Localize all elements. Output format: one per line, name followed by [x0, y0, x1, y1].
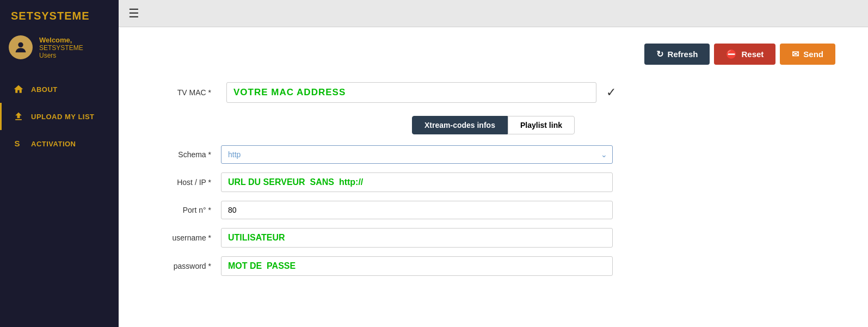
- refresh-button[interactable]: ↻ Refresh: [644, 44, 710, 65]
- sidebar-nav: ABOUT UPLOAD MY LIST S ACTIVATION: [0, 76, 119, 157]
- username-label: username *: [151, 233, 211, 242]
- tv-mac-row: TV MAC * ✓: [151, 82, 835, 103]
- schema-row: Schema * http https ⌄: [151, 145, 835, 164]
- sidebar-item-activation[interactable]: S ACTIVATION: [0, 130, 119, 157]
- refresh-icon: ↻: [656, 49, 663, 59]
- avatar: [9, 35, 33, 59]
- tv-mac-label: TV MAC *: [151, 88, 211, 97]
- refresh-label: Refresh: [668, 50, 698, 59]
- user-info: Welcome, SETSYSTEME Users: [0, 30, 119, 70]
- checkmark-icon: ✓: [606, 85, 616, 100]
- sidebar-item-about-label: ABOUT: [31, 85, 58, 94]
- svg-text:S: S: [15, 139, 20, 148]
- reset-label: Reset: [741, 50, 764, 59]
- host-row: Host / IP *: [151, 172, 835, 192]
- sidebar-item-upload-label: UPLOAD MY LIST: [31, 113, 95, 121]
- svg-point-0: [18, 42, 23, 47]
- tv-mac-input[interactable]: [226, 82, 596, 103]
- reset-icon: ⛔: [726, 49, 737, 59]
- host-label: Host / IP *: [151, 178, 211, 187]
- tab-playlist[interactable]: Playlist link: [508, 116, 575, 134]
- welcome-text: Welcome,: [39, 36, 83, 44]
- sidebar-item-activation-label: ACTIVATION: [31, 140, 76, 148]
- schema-select[interactable]: http https: [221, 145, 613, 164]
- tab-xtream[interactable]: Xtream-codes infos: [412, 116, 508, 134]
- schema-select-wrapper: http https ⌄: [221, 145, 613, 164]
- user-details: Welcome, SETSYSTEME Users: [39, 36, 83, 59]
- send-button[interactable]: ✉ Send: [780, 44, 835, 65]
- send-label: Send: [803, 50, 823, 59]
- username-row: username *: [151, 228, 835, 248]
- topbar: ☰: [119, 0, 868, 27]
- password-input[interactable]: [221, 256, 613, 276]
- port-label: Port n° *: [151, 206, 211, 214]
- main-wrapper: ☰ ↻ Refresh ⛔ Reset ✉ Send TV MAC * ✓: [119, 0, 868, 327]
- schema-label: Schema *: [151, 150, 211, 159]
- s-icon: S: [13, 138, 24, 150]
- reset-button[interactable]: ⛔ Reset: [714, 44, 775, 65]
- tabs-row: Xtream-codes infos Playlist link: [151, 116, 835, 134]
- app-logo: SETSYSTEME: [0, 0, 119, 30]
- home-icon: [13, 83, 24, 95]
- main-content: ↻ Refresh ⛔ Reset ✉ Send TV MAC * ✓ Xtre…: [119, 27, 868, 327]
- action-buttons: ↻ Refresh ⛔ Reset ✉ Send: [151, 44, 835, 65]
- sidebar-item-upload[interactable]: UPLOAD MY LIST: [0, 103, 119, 130]
- port-input[interactable]: [221, 201, 613, 219]
- upload-icon: [13, 110, 24, 122]
- username-text: SETSYSTEME Users: [39, 44, 83, 59]
- sidebar: SETSYSTEME Welcome, SETSYSTEME Users ABO…: [0, 0, 119, 327]
- username-input[interactable]: [221, 228, 613, 248]
- password-label: password *: [151, 262, 211, 270]
- hamburger-icon[interactable]: ☰: [128, 7, 139, 21]
- sidebar-item-about[interactable]: ABOUT: [0, 76, 119, 103]
- password-row: password *: [151, 256, 835, 276]
- host-input[interactable]: [221, 172, 613, 192]
- port-row: Port n° *: [151, 201, 835, 219]
- send-icon: ✉: [792, 49, 799, 59]
